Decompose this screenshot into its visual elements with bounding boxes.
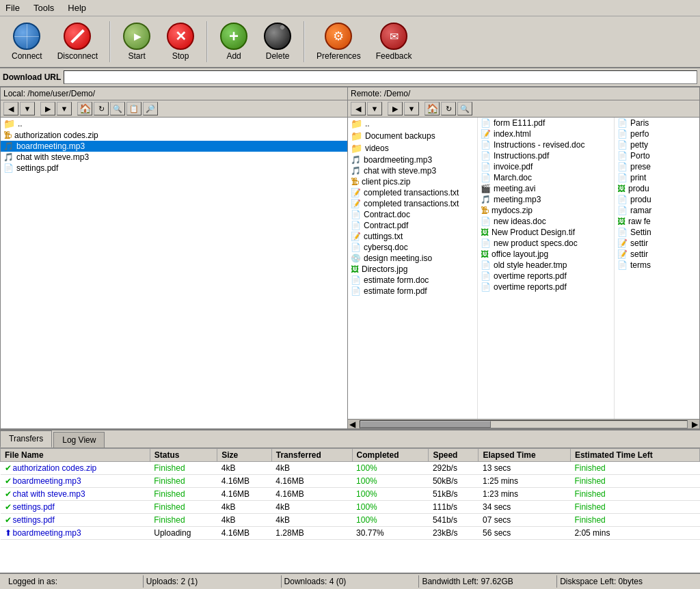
remote-item-forme111[interactable]: 📄 form E111.pdf	[478, 118, 614, 128]
remote-back-button[interactable]: ◀	[351, 102, 366, 115]
remote-item-instructions[interactable]: 📄 Instructions.pdf	[478, 150, 614, 161]
remote-nav-btn3[interactable]: 🔍	[457, 102, 472, 115]
disconnect-icon	[64, 23, 91, 50]
remote-item-contractpdf[interactable]: 📄 Contract.pdf	[348, 220, 477, 231]
start-button[interactable]: Start	[116, 19, 157, 64]
remote-item-produ1[interactable]: 🖼produ	[615, 183, 699, 194]
remote-item-instructions-rev[interactable]: 📄 Instructions - revised.doc	[478, 139, 614, 150]
local-nav-btn5[interactable]: 🔎	[143, 102, 158, 115]
feedback-button[interactable]: ✉ Feedback	[370, 19, 418, 64]
remote-item-directors[interactable]: 🖼 Directors.jpg	[348, 264, 477, 275]
remote-item-estimatepdf[interactable]: 📄 estimate form.pdf	[348, 286, 477, 297]
remote-item-invoice[interactable]: 📄 invoice.pdf	[478, 161, 614, 172]
tab-logview[interactable]: Log View	[53, 432, 105, 448]
remote-item-parent[interactable]: 📁 ..	[348, 118, 477, 130]
local-nav-btn4[interactable]: 📋	[126, 102, 142, 115]
remote-item-cuttings[interactable]: 📝 cuttings.txt	[348, 231, 477, 242]
remote-item-clientpics[interactable]: 🗜 client pics.zip	[348, 176, 477, 187]
zip-icon-0: 🗜	[3, 131, 12, 140]
stop-button[interactable]: ✕ Stop	[160, 19, 201, 64]
remote-item-print[interactable]: 📄print	[615, 172, 699, 183]
remote-item-boardmeeting[interactable]: 🎵 boardmeeting.mp3	[348, 154, 477, 165]
remote-item-settir1[interactable]: 📝settir	[615, 238, 699, 249]
delete-button[interactable]: Delete	[257, 19, 298, 64]
remote-item-estimatedoc[interactable]: 📄 estimate form.doc	[348, 275, 477, 286]
hscroll-left-arrow[interactable]: ◀	[348, 420, 357, 429]
local-item-2[interactable]: 🎵 chat with steve.mp3	[1, 152, 347, 163]
remote-item-completed1[interactable]: 📝 completed transactions.txt	[348, 187, 477, 198]
remote-item-cybersq[interactable]: 📄 cybersq.doc	[348, 242, 477, 253]
remote-item-petty[interactable]: 📄petty	[615, 139, 699, 150]
remote-item-overtime2[interactable]: 📄 overtime reports.pdf	[478, 282, 614, 292]
remote-item-settin[interactable]: 📄Settin	[615, 227, 699, 238]
local-refresh-button[interactable]: ↻	[94, 102, 109, 115]
table-row[interactable]: ✔authorization codes.zip Finished 4kB 4k…	[1, 462, 700, 475]
remote-item-officelayout[interactable]: 🖼 office layout.jpg	[478, 249, 614, 260]
remote-item-mydocs[interactable]: 🗜 mydocs.zip	[478, 205, 614, 216]
local-forward-dropdown[interactable]: ▼	[57, 102, 72, 115]
local-item-0[interactable]: 🗜 authorization codes.zip	[1, 130, 347, 141]
local-item-1[interactable]: 🎵 boardmeeting.mp3	[1, 141, 347, 152]
table-row[interactable]: ✔settings.pdf Finished 4kB 4kB 100% 111b…	[1, 501, 700, 514]
menu-tools[interactable]: Tools	[31, 1, 57, 14]
remote-item-designmeeting[interactable]: 💿 design meeting.iso	[348, 253, 477, 264]
disconnect-button[interactable]: Disconnect	[51, 19, 104, 64]
local-item-parent[interactable]: 📁 ..	[1, 118, 347, 130]
remote-item-meetingavi[interactable]: 🎬 meeting.avi	[478, 183, 614, 194]
table-row[interactable]: ✔boardmeeting.mp3 Finished 4.16MB 4.16MB…	[1, 475, 700, 488]
local-back-button[interactable]: ◀	[3, 102, 18, 115]
remote-item-rawfe[interactable]: 🖼raw fe	[615, 216, 699, 227]
preferences-button[interactable]: ⚙ Preferences	[310, 19, 367, 64]
local-home-button[interactable]: 🏠	[77, 102, 92, 115]
remote-item-paris[interactable]: 📄Paris	[615, 118, 699, 128]
remote-item-settir2[interactable]: 📝settir	[615, 249, 699, 260]
connect-button[interactable]: Connect	[5, 19, 49, 64]
transfers-data-table: File Name Status Size Transferred Comple…	[0, 448, 700, 540]
remote-item-march[interactable]: 📄 March.doc	[478, 172, 614, 183]
remote-item-porto[interactable]: 📄Porto	[615, 150, 699, 161]
remote-item-ramar[interactable]: 📄ramar	[615, 205, 699, 216]
remote-back-dropdown[interactable]: ▼	[367, 102, 382, 115]
remote-horizontal-scrollbar[interactable]: ◀ ▶	[348, 419, 699, 428]
add-button[interactable]: + Add	[213, 19, 254, 64]
remote-item-produ2[interactable]: 📄produ	[615, 194, 699, 205]
remote-home-button[interactable]: 🏠	[425, 102, 440, 115]
remote-forward-button[interactable]: ▶	[388, 102, 403, 115]
remote-item-index[interactable]: 📝 index.html	[478, 128, 614, 139]
remote-item-completed2[interactable]: 📝 completed transactions.txt	[348, 198, 477, 209]
remote-item-videos[interactable]: 📁 videos	[348, 142, 477, 154]
hscroll-track[interactable]	[360, 420, 688, 428]
remote-item-chatsteve[interactable]: 🎵 chat with steve.mp3	[348, 165, 477, 176]
remote-item-prese[interactable]: 📄prese	[615, 161, 699, 172]
local-nav-btn3[interactable]: 🔍	[110, 102, 125, 115]
remote-item-newproductspecs[interactable]: 📄 new product specs.doc	[478, 238, 614, 249]
folder-videos-icon: 📁	[351, 143, 362, 154]
hscroll-thumb[interactable]	[360, 421, 491, 428]
hscroll-right-arrow[interactable]: ▶	[690, 420, 699, 429]
local-forward-button[interactable]: ▶	[40, 102, 55, 115]
remote-item-meetingmp3[interactable]: 🎵 meeting.mp3	[478, 194, 614, 205]
urlbar-input[interactable]	[64, 70, 697, 84]
table-row[interactable]: ✔settings.pdf Finished 4kB 4kB 100% 541b…	[1, 514, 700, 527]
local-item-3[interactable]: 📄 settings.pdf	[1, 163, 347, 174]
remote-item-perfo[interactable]: 📄perfo	[615, 128, 699, 139]
cell-size: 4kB	[217, 462, 272, 475]
remote-item-docbackups[interactable]: 📁 Document backups	[348, 130, 477, 142]
menu-help[interactable]: Help	[65, 1, 89, 14]
remote-item-oldstyle[interactable]: 📄 old style header.tmp	[478, 260, 614, 271]
table-row[interactable]: ⬆boardmeeting.mp3 Uploading 4.16MB 1.28M…	[1, 527, 700, 540]
delete-icon	[264, 23, 291, 50]
remote-forward-dropdown[interactable]: ▼	[404, 102, 419, 115]
remote-item-contractdoc[interactable]: 📄 Contract.doc	[348, 209, 477, 220]
remote-item-newideas[interactable]: 📄 new ideas.doc	[478, 216, 614, 227]
remote-refresh-button[interactable]: ↻	[441, 102, 456, 115]
local-back-dropdown[interactable]: ▼	[20, 102, 35, 115]
menu-file[interactable]: File	[3, 1, 23, 14]
tab-transfers[interactable]: Transfers	[0, 430, 52, 448]
remote-item-newproductdesign[interactable]: 🖼 New Product Design.tif	[478, 227, 614, 238]
remote-pdf-10-icon: 📄	[617, 140, 628, 150]
statusbar: Logged in as: Uploads: 2 (1) Downloads: …	[0, 573, 700, 589]
remote-item-overtime1[interactable]: 📄 overtime reports.pdf	[478, 271, 614, 282]
table-row[interactable]: ✔chat with steve.mp3 Finished 4.16MB 4.1…	[1, 488, 700, 501]
remote-item-terms[interactable]: 📄terms	[615, 260, 699, 271]
